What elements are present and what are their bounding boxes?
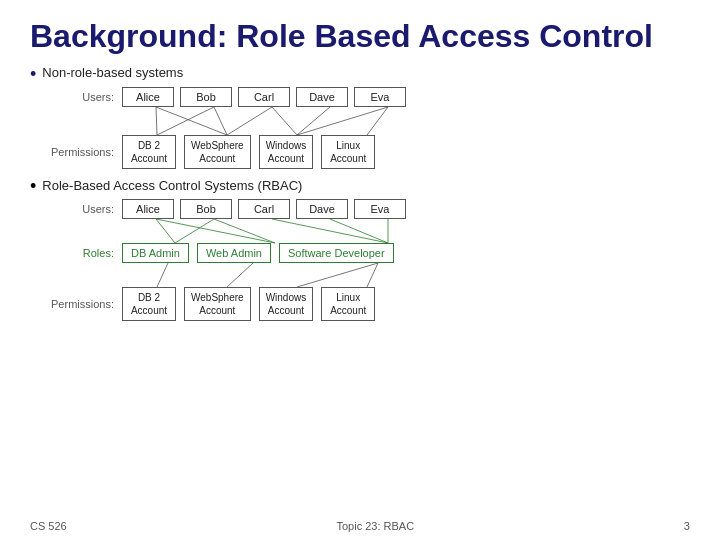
non-role-diagram: Users: Alice Bob Carl Dave Eva [50, 87, 690, 169]
bullet-dot-2: • [30, 177, 36, 195]
section2-header: • Role-Based Access Control Systems (RBA… [30, 177, 690, 195]
users-row-2: Alice Bob Carl Dave Eva [122, 199, 406, 219]
perm-windows-1: WindowsAccount [259, 135, 314, 169]
svg-line-16 [157, 263, 168, 287]
svg-line-18 [297, 263, 378, 287]
perm-db2-1: DB 2Account [122, 135, 176, 169]
user-dave-1: Dave [296, 87, 348, 107]
user-dave-2: Dave [296, 199, 348, 219]
lines-section1 [130, 107, 690, 135]
lines-svg-1 [130, 107, 510, 135]
section2-bullet-text: Role-Based Access Control Systems (RBAC) [42, 178, 302, 193]
roles-row: DB Admin Web Admin Software Developer [122, 243, 394, 263]
users-label-1: Users: [50, 91, 122, 103]
svg-line-10 [175, 219, 214, 243]
user-carl-2: Carl [238, 199, 290, 219]
perm-websphere-1: WebSphereAccount [184, 135, 251, 169]
svg-line-6 [297, 107, 330, 135]
section1: • Non-role-based systems Users: Alice Bo… [30, 65, 690, 169]
permissions-label-1: Permissions: [50, 146, 122, 158]
svg-line-17 [227, 263, 253, 287]
lines-users-roles [130, 219, 690, 243]
perms-1: DB 2Account WebSphereAccount WindowsAcco… [122, 135, 375, 169]
svg-line-12 [272, 219, 388, 243]
role-dbadmin: DB Admin [122, 243, 189, 263]
permissions-row-1: Permissions: DB 2Account WebSphereAccoun… [50, 135, 690, 169]
user-alice-2: Alice [122, 199, 174, 219]
svg-line-8 [297, 107, 388, 135]
section1-bullet-text: Non-role-based systems [42, 65, 183, 80]
role-softdev: Software Developer [279, 243, 394, 263]
lines-roles-perms [130, 263, 690, 287]
lines-svg-u-r [130, 219, 530, 243]
user-carl-1: Carl [238, 87, 290, 107]
perm-windows-2: WindowsAccount [259, 287, 314, 321]
rbac-diagram: Users: Alice Bob Carl Dave Eva [50, 199, 690, 321]
svg-line-4 [272, 107, 297, 135]
svg-line-15 [156, 219, 275, 243]
users-label-2: Users: [50, 203, 122, 215]
user-eva-2: Eva [354, 199, 406, 219]
svg-line-11 [214, 219, 275, 243]
svg-line-2 [157, 107, 214, 135]
lines-svg-r-p [130, 263, 530, 287]
perm-db2-2: DB 2Account [122, 287, 176, 321]
footer-left: CS 526 [30, 520, 67, 532]
svg-line-13 [330, 219, 388, 243]
section1-bullet: • Non-role-based systems [30, 65, 690, 83]
roles-label: Roles: [50, 247, 122, 259]
footer: CS 526 Topic 23: RBAC 3 [30, 520, 690, 532]
user-bob-2: Bob [180, 199, 232, 219]
footer-right: 3 [684, 520, 690, 532]
users-row-1: Alice Bob Carl Dave Eva [122, 87, 406, 107]
svg-line-19 [367, 263, 378, 287]
svg-line-5 [227, 107, 272, 135]
slide: Background: Role Based Access Control • … [0, 0, 720, 540]
user-eva-1: Eva [354, 87, 406, 107]
svg-line-0 [156, 107, 157, 135]
bullet-dot-1: • [30, 65, 36, 83]
perms-2: DB 2Account WebSphereAccount WindowsAcco… [122, 287, 375, 321]
perm-websphere-2: WebSphereAccount [184, 287, 251, 321]
permissions-row-2: Permissions: DB 2Account WebSphereAccoun… [50, 287, 690, 321]
user-bob-1: Bob [180, 87, 232, 107]
permissions-label-2: Permissions: [50, 298, 122, 310]
perm-linux-1: LinuxAccount [321, 135, 375, 169]
section2: • Role-Based Access Control Systems (RBA… [30, 177, 690, 321]
perm-linux-2: LinuxAccount [321, 287, 375, 321]
user-alice-1: Alice [122, 87, 174, 107]
svg-line-7 [367, 107, 388, 135]
footer-center: Topic 23: RBAC [336, 520, 414, 532]
role-webadmin: Web Admin [197, 243, 271, 263]
slide-title: Background: Role Based Access Control [30, 18, 690, 55]
